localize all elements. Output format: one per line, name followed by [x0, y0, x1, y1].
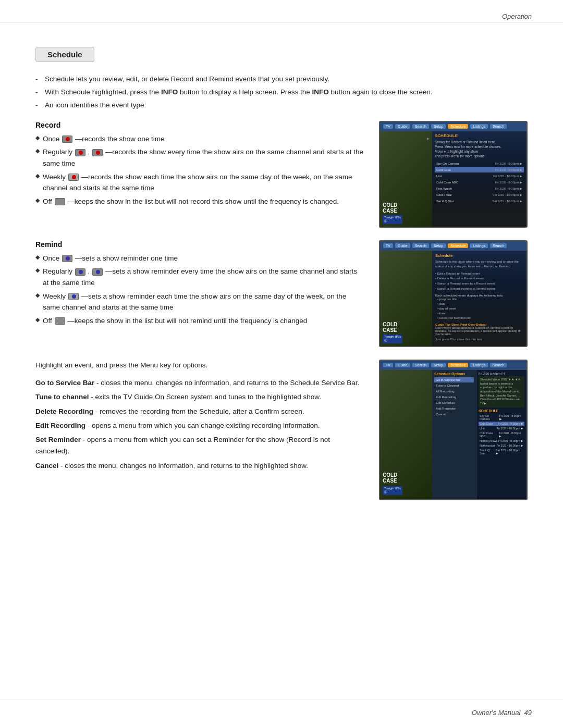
option-go-to-service-bar: Go to Service Bar - closes the menu, cha… [35, 377, 364, 389]
record-heading: Record [35, 121, 364, 129]
intro-bullet-3-text: An icon identifies the event type: [45, 100, 146, 112]
record-once-icon [62, 135, 72, 143]
tv-show-thumbnail-3: COLDCASE Tonight 8/7cⓓ [380, 370, 432, 499]
remind-weekly-icon [68, 293, 79, 300]
option-tune-to-channel: Tune to channel - exits the TV Guide On … [35, 391, 364, 403]
intro-bullet-2-text: With Schedule highlighted, press the INF… [45, 87, 433, 98]
record-text-col: Record ◆ Once —records the show one time… [35, 121, 364, 209]
option-set-reminder: Set Reminder - opens a menu from which y… [35, 434, 364, 458]
bottom-rule [0, 699, 563, 699]
tv-show-thumbnail-2: COLDCASE Tonight 8/7cⓓ [380, 251, 432, 346]
record-bullet-weekly: ◆ Weekly —records the show each time the… [35, 171, 364, 194]
tv-top-bar-2: TV Guide Search Setup Schedule Listings … [380, 241, 527, 251]
option-edit-recording: Edit Recording - opens a menu from which… [35, 420, 364, 431]
option-cancel: Cancel - closes the menu, changes no inf… [35, 460, 364, 472]
remind-text-col: Remind ◆ Once —sets a show reminder one … [35, 240, 364, 329]
record-tv-screen: TV Guide Search Setup Schedule Listings … [379, 121, 528, 228]
intro-bullet-2: - With Schedule highlighted, press the I… [35, 87, 528, 98]
top-rule [0, 22, 563, 22]
remind-tv-screen: TV Guide Search Setup Schedule Listings … [379, 240, 528, 347]
remind-once-icon [62, 255, 72, 262]
schedule-heading-pill: Schedule [35, 31, 528, 73]
highlight-text: Highlight an event, and press the Menu k… [35, 360, 364, 371]
record-bullet-once: ◆ Once —records the show one time [35, 133, 364, 145]
remind-bullet-once: ◆ Once —sets a show reminder one time [35, 253, 364, 264]
footer-page: 49 [524, 709, 532, 717]
remind-screen-col: TV Guide Search Setup Schedule Listings … [379, 240, 528, 347]
remind-section: Remind ◆ Once —sets a show reminder one … [35, 240, 528, 347]
options-text-col: Highlight an event, and press the Menu k… [35, 360, 364, 474]
options-section: Highlight an event, and press the Menu k… [35, 360, 528, 500]
remind-bullet-regularly: ◆ Regularly , —sets a show reminder ever… [35, 266, 364, 288]
intro-bullet-1-text: Schedule lets you review, edit, or delet… [45, 73, 329, 85]
record-screen-col: TV Guide Search Setup Schedule Listings … [379, 121, 528, 228]
footer-label: Owner's Manual 49 [472, 709, 532, 717]
header-text: Operation [502, 13, 532, 20]
options-screen-col: TV Guide Search Setup Schedule Listings … [379, 360, 528, 500]
record-off-icon [55, 198, 65, 205]
options-two-col: Highlight an event, and press the Menu k… [35, 360, 528, 500]
remind-bullet-weekly: ◆ Weekly —sets a show reminder each time… [35, 291, 364, 313]
record-section: Record ◆ Once —records the show one time… [35, 121, 528, 228]
record-weekly-icon [68, 174, 79, 181]
main-content: Schedule - Schedule lets you review, edi… [35, 31, 528, 500]
record-bullet-off: ◆ Off —keeps the show in the list but wi… [35, 196, 364, 207]
tv-options-menu: Schedule Options Go to Service Bar Tune … [432, 370, 476, 499]
option-delete-recording: Delete Recording - removes the recording… [35, 406, 364, 417]
remind-regularly2-icon [92, 268, 103, 276]
tv-top-bar-1: TV Guide Search Setup Schedule Listings … [380, 122, 527, 131]
remind-heading: Remind [35, 240, 364, 249]
options-tv-screen: TV Guide Search Setup Schedule Listings … [379, 360, 528, 500]
remind-regularly-icon [75, 268, 85, 276]
remind-off-icon [55, 317, 65, 325]
header-label: Operation [502, 13, 532, 20]
footer-manual: Owner's Manual [472, 709, 521, 717]
tv-top-bar-3: TV Guide Search Setup Schedule Listings … [380, 361, 527, 370]
remind-bullet-off: ◆ Off —keeps the show in the list but wi… [35, 315, 364, 327]
record-regularly-icon [75, 149, 85, 156]
record-bullet-regularly: ◆ Regularly , —records the show every ti… [35, 146, 364, 169]
tv-show-thumbnail-1: COLDCASE Tonight 8/7cⓓ ▶ [380, 131, 432, 227]
record-regularly2-icon [92, 149, 103, 156]
intro-bullet-1: - Schedule lets you review, edit, or del… [35, 73, 528, 85]
schedule-title: Schedule [35, 47, 94, 62]
intro-bullet-3: - An icon identifies the event type: [35, 100, 528, 112]
intro-bullets: - Schedule lets you review, edit, or del… [35, 73, 528, 112]
